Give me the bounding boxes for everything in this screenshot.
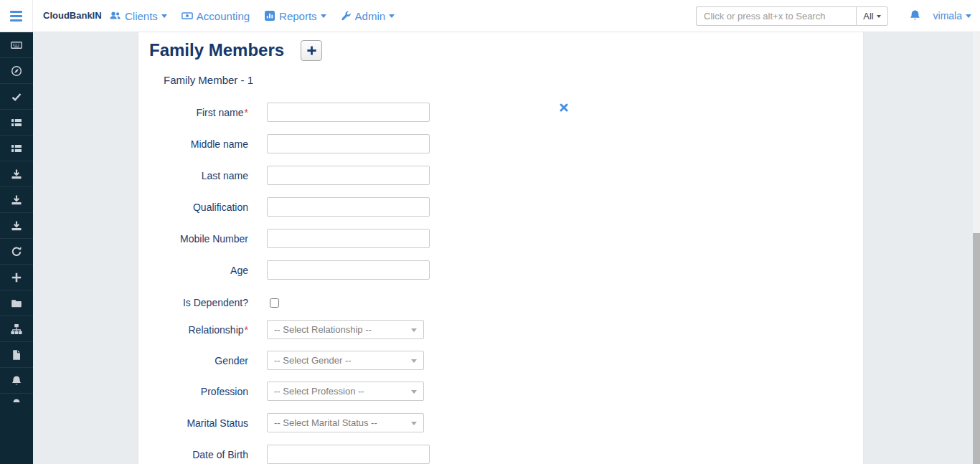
search-filter-button[interactable]: All — [856, 6, 888, 26]
select-value: -- Select Relationship -- — [274, 324, 372, 335]
form-row-qualification: Qualification — [149, 197, 430, 217]
middle-name-input[interactable] — [267, 134, 430, 153]
select-value: -- Select Marital Status -- — [274, 417, 377, 428]
sidebar-item-3[interactable] — [0, 84, 33, 110]
add-member-button[interactable] — [301, 40, 322, 61]
search-input[interactable] — [696, 6, 856, 26]
gender-select[interactable]: -- Select Gender -- — [267, 351, 424, 370]
notifications-button[interactable] — [909, 9, 921, 24]
family-members-panel: Family Members Family Member - 1 First n… — [138, 32, 864, 464]
money-icon — [182, 10, 193, 22]
caret-down-icon — [389, 14, 395, 21]
form-row-last-name: Last name — [149, 166, 430, 185]
sidebar-item-5[interactable] — [0, 136, 33, 161]
bell-icon — [909, 9, 921, 22]
sidebar-item-11[interactable] — [0, 290, 33, 316]
menu-label: Clients — [125, 10, 158, 22]
form-row-middle-name: Middle name — [149, 134, 430, 153]
sidebar-item-6[interactable] — [0, 161, 33, 187]
sidebar-item-4[interactable] — [0, 110, 33, 136]
plus-icon — [11, 272, 22, 283]
sidebar-item-15[interactable] — [0, 394, 33, 409]
mobile-number-input[interactable] — [267, 229, 430, 248]
menu-item-clients[interactable]: Clients — [102, 0, 174, 32]
qualification-label: Qualification — [149, 202, 248, 213]
main-menu: Clients Accounting Reports Admin — [102, 0, 402, 32]
sidebar-item-10[interactable] — [0, 265, 33, 290]
form-row-date-of-birth: Date of Birth — [149, 445, 430, 464]
scrollbar-thumb[interactable] — [973, 233, 980, 464]
sidebar-item-7[interactable] — [0, 187, 33, 213]
sidebar-item-14[interactable] — [0, 368, 33, 394]
first-name-label: First name* — [149, 107, 248, 118]
partial-dome-icon — [11, 397, 22, 402]
menu-item-reports[interactable]: Reports — [257, 0, 334, 32]
caret-down-icon — [411, 390, 417, 397]
profession-select[interactable]: -- Select Profession -- — [267, 382, 424, 401]
required-asterisk: * — [245, 107, 248, 118]
page-title: Family Members — [149, 40, 284, 60]
remove-member-button[interactable] — [556, 100, 572, 115]
form-row-relationship: Relationship* -- Select Relationship -- — [149, 320, 424, 339]
is-dependent-checkbox[interactable] — [270, 298, 279, 308]
folder-icon — [11, 298, 22, 309]
list-icon — [11, 117, 22, 128]
app-brand[interactable]: CloudBankIN — [43, 0, 102, 32]
bell-icon — [11, 375, 22, 387]
middle-name-label: Middle name — [149, 138, 248, 150]
marital-status-select[interactable]: -- Select Marital Status -- — [267, 413, 424, 432]
menu-item-accounting[interactable]: Accounting — [174, 0, 257, 32]
username-label: vimala — [933, 10, 962, 22]
bar-chart-icon — [264, 10, 275, 22]
date-of-birth-input[interactable] — [267, 445, 430, 464]
search-filter-label: All — [863, 11, 873, 22]
sidebar-item-12[interactable] — [0, 316, 33, 342]
caret-down-icon — [411, 359, 417, 366]
menu-item-admin[interactable]: Admin — [334, 0, 402, 32]
form-row-profession: Profession -- Select Profession -- — [149, 382, 424, 401]
download-icon — [11, 220, 22, 232]
sidebar-toggle-button[interactable] — [0, 0, 33, 32]
form-row-age: Age — [149, 260, 430, 280]
refresh-icon — [11, 246, 22, 257]
top-navbar: CloudBankIN Clients Accounting R — [0, 0, 980, 32]
download-icon — [11, 169, 22, 180]
close-icon — [560, 103, 568, 112]
global-search: All — [696, 6, 888, 26]
sidebar-item-8[interactable] — [0, 213, 33, 239]
gender-label: Gender — [149, 355, 248, 366]
sidebar-item-1[interactable] — [0, 32, 33, 58]
sidebar-item-9[interactable] — [0, 239, 33, 265]
download-icon — [11, 194, 22, 206]
page-scrollbar[interactable] — [973, 32, 980, 464]
first-name-input[interactable] — [267, 103, 430, 122]
caret-down-icon — [411, 328, 417, 335]
relationship-select[interactable]: -- Select Relationship -- — [267, 320, 424, 339]
file-icon — [11, 349, 22, 361]
qualification-input[interactable] — [267, 197, 430, 217]
caret-down-icon — [161, 14, 167, 21]
age-label: Age — [149, 265, 248, 276]
sidebar-item-13[interactable] — [0, 342, 33, 368]
last-name-input[interactable] — [267, 166, 430, 185]
profession-label: Profession — [149, 386, 248, 397]
form-row-is-dependent: Is Dependent? — [149, 295, 279, 311]
icon-sidebar — [0, 32, 33, 464]
panel-header: Family Members — [149, 34, 322, 66]
sidebar-item-2[interactable] — [0, 58, 33, 84]
required-asterisk: * — [245, 324, 248, 336]
form-row-mobile-number: Mobile Number — [149, 229, 430, 248]
select-value: -- Select Profession -- — [274, 386, 364, 397]
relationship-label: Relationship* — [149, 324, 248, 336]
age-input[interactable] — [267, 260, 430, 280]
wrench-icon — [341, 10, 352, 22]
caret-down-icon — [321, 14, 326, 21]
plus-icon — [306, 45, 317, 56]
sitemap-icon — [11, 323, 22, 335]
check-icon — [11, 91, 22, 103]
caret-down-icon — [966, 14, 971, 21]
user-menu[interactable]: vimala — [933, 0, 971, 32]
form-row-gender: Gender -- Select Gender -- — [149, 351, 424, 370]
users-icon — [109, 10, 121, 22]
form-row-first-name: First name* — [149, 103, 430, 122]
